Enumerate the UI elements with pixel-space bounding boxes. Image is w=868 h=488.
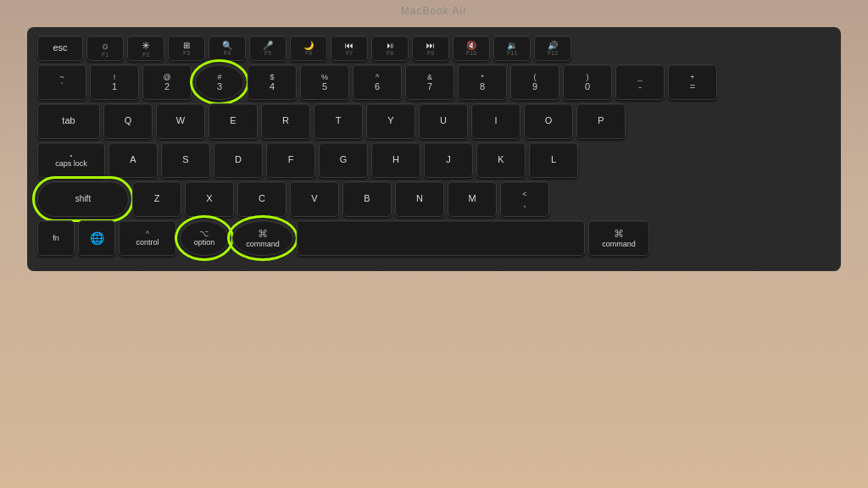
key-r[interactable]: R [261,103,310,139]
top-bar: MacBook Air [0,0,868,19]
key-d[interactable]: D [214,142,263,178]
key-m[interactable]: M [448,181,497,217]
macbook-label: MacBook Air [401,5,467,17]
key-e[interactable]: E [209,103,258,139]
key-k[interactable]: K [476,142,526,178]
key-0[interactable]: ) 0 [563,64,612,100]
key-g[interactable]: G [319,142,368,178]
key-y[interactable]: Y [366,103,415,139]
key-n[interactable]: N [395,181,444,217]
key-f11[interactable]: 🔉 F11 [493,36,531,61]
key-f7[interactable]: ⏮ F7 [331,36,368,61]
key-f[interactable]: F [266,142,315,178]
key-3[interactable]: # 3 [195,64,244,100]
key-j[interactable]: J [424,142,473,178]
key-s[interactable]: S [161,142,210,178]
key-a[interactable]: A [108,142,158,178]
key-w[interactable]: W [156,103,205,139]
zxcv-row: shift Z X C V B N M < , [37,181,831,217]
key-f12[interactable]: 🔊 F12 [534,36,571,61]
key-equals[interactable]: + = [668,64,717,100]
key-c[interactable]: C [237,181,287,217]
key-f3[interactable]: ⊞ F3 [168,36,205,61]
key-i[interactable]: I [471,103,520,139]
key-v[interactable]: V [290,181,339,217]
key-esc[interactable]: esc [37,36,83,61]
key-capslock[interactable]: • caps lock [37,142,105,178]
key-globe[interactable]: 🌐 [78,220,115,256]
key-f6[interactable]: 🌙 F6 [290,36,327,61]
qwerty-row: tab Q W E R T Y U I O P [37,103,831,139]
key-f10[interactable]: 🔇 F10 [453,36,490,61]
keyboard-area: esc ☼ F1 ✳ F2 ⊞ F3 🔍 F4 🎤 F5 [27,27,841,271]
key-space[interactable] [297,220,585,256]
key-minus[interactable]: _ - [615,64,665,100]
key-h[interactable]: H [371,142,420,178]
key-tab[interactable]: tab [37,103,100,139]
asdf-row: • caps lock A S D F G H J K L [37,142,831,178]
key-q[interactable]: Q [103,103,153,139]
key-f1[interactable]: ☼ F1 [86,36,124,61]
key-2[interactable]: @ 2 [142,64,192,100]
key-command-left[interactable]: ⌘ command [232,220,293,256]
key-command-right[interactable]: ⌘ command [588,220,649,256]
key-1[interactable]: ! 1 [90,64,139,100]
key-8[interactable]: * 8 [458,64,507,100]
key-control[interactable]: ^ control [119,220,176,256]
key-7[interactable]: & 7 [405,64,454,100]
key-x[interactable]: X [185,181,234,217]
key-z[interactable]: Z [132,181,181,217]
key-fn-bottom[interactable]: fn [37,220,75,256]
key-9[interactable]: ( 9 [510,64,559,100]
key-f2[interactable]: ✳ F2 [127,36,164,61]
key-esc-label: esc [53,42,67,53]
key-f9[interactable]: ⏭ F9 [412,36,449,61]
key-f5[interactable]: 🎤 F5 [249,36,287,61]
key-f8[interactable]: ⏯ F8 [371,36,409,61]
key-comma[interactable]: < , [500,181,549,217]
fn-row: esc ☼ F1 ✳ F2 ⊞ F3 🔍 F4 🎤 F5 [37,36,831,61]
key-t[interactable]: T [314,103,363,139]
key-option[interactable]: ⌥ option [180,220,229,256]
macbook-body: MacBook Air esc ☼ F1 ✳ F2 ⊞ F3 🔍 F4 [0,0,868,488]
number-row: ~ ` ! 1 @ 2 # 3 $ 4 % 5 [37,64,831,100]
bottom-row: fn 🌐 ^ control ⌥ option ⌘ command ⌘ [37,220,831,256]
key-4[interactable]: $ 4 [248,64,297,100]
key-5[interactable]: % 5 [300,64,349,100]
key-u[interactable]: U [419,103,468,139]
key-f4[interactable]: 🔍 F4 [209,36,246,61]
key-p[interactable]: P [576,103,626,139]
key-b[interactable]: B [342,181,392,217]
key-tilde[interactable]: ~ ` [37,64,86,100]
key-shift-left[interactable]: shift [37,181,129,217]
key-l[interactable]: L [529,142,578,178]
key-6[interactable]: ^ 6 [353,64,402,100]
key-o[interactable]: O [524,103,573,139]
